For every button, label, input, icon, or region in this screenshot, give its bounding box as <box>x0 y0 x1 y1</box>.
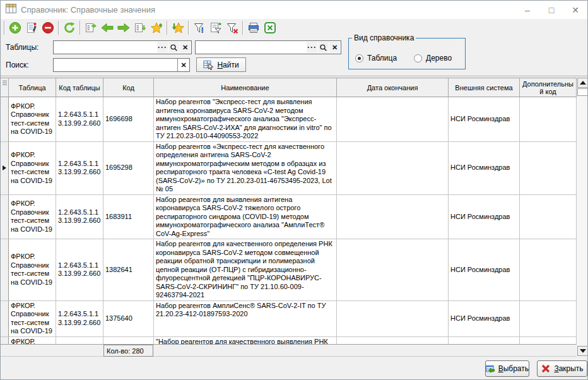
edit-icon <box>25 21 38 34</box>
radio-tree[interactable]: Дерево <box>414 54 452 62</box>
export-excel-button[interactable] <box>262 20 278 35</box>
table-row[interactable]: ФРКОР. Справочник тест-систем на COVID-1… <box>1 142 577 195</box>
cell-table_code[interactable]: 1.2.643.5.1.13.13.99.2.660 <box>56 142 103 195</box>
column-header-name[interactable]: Наименование <box>154 78 337 97</box>
edit-button[interactable] <box>23 20 40 35</box>
maximize-button[interactable]: □ <box>539 1 563 19</box>
delete-button[interactable] <box>40 20 56 35</box>
list-arrow-out-button[interactable] <box>83 20 99 35</box>
cell-ext_system[interactable]: НСИ Росминздрав <box>449 142 520 195</box>
cell-end_date[interactable] <box>337 195 449 240</box>
refresh-button[interactable] <box>61 20 78 35</box>
column-header-extra_code[interactable]: Дополнительный код <box>520 78 577 97</box>
filter-icon <box>193 21 206 34</box>
cell-table_code[interactable] <box>56 337 103 345</box>
column-header-code[interactable]: Код <box>103 78 154 97</box>
cell-table_code[interactable]: 1.2.643.5.1.13.13.99.2.660 <box>56 97 103 142</box>
find-button-label: Найти <box>217 61 238 69</box>
print-button[interactable] <box>245 20 262 35</box>
cell-table[interactable]: ФРКОР. Справочник тест-систем на COVID-1… <box>9 239 56 301</box>
cell-code[interactable]: 1382641 <box>103 239 154 301</box>
cell-table_code[interactable]: 1.2.643.5.1.13.13.99.2.660 <box>56 301 103 337</box>
radio-table-circle[interactable] <box>355 54 363 62</box>
cell-extra_code[interactable] <box>520 301 577 337</box>
clear-field-button-1[interactable]: ✕ <box>180 42 191 53</box>
cell-table[interactable]: ФРКОР. Справочник тест-систем на COVID-1… <box>9 195 56 240</box>
scroll-down-button[interactable] <box>577 346 588 356</box>
cell-end_date[interactable] <box>337 337 449 345</box>
table-row[interactable]: ФРКОР."Набор реагентов для качественного… <box>1 337 577 345</box>
cell-code[interactable]: 1696698 <box>103 97 154 142</box>
cell-table[interactable]: ФРКОР. Справочник тест-систем на COVID-1… <box>9 97 56 142</box>
search-input[interactable] <box>54 59 177 71</box>
cell-extra_code[interactable] <box>520 97 577 142</box>
cell-table[interactable]: ФРКОР. Справочник тест-систем на COVID-1… <box>9 301 56 337</box>
cell-ext_system[interactable]: НСИ Росминздрав <box>449 97 520 142</box>
cell-ext_system[interactable]: НСИ Росминздрав <box>449 195 520 240</box>
column-header-table[interactable]: Таблица <box>9 78 56 97</box>
cell-table_code[interactable]: 1.2.643.5.1.13.13.99.2.660 <box>56 239 103 301</box>
table-row[interactable]: ФРКОР. Справочник тест-систем на COVID-1… <box>1 301 577 337</box>
column-chooser[interactable] <box>1 78 9 97</box>
table-filter-input-2[interactable] <box>196 41 307 54</box>
lookup-ellipsis-button-1[interactable]: ··· <box>157 42 168 53</box>
cell-extra_code[interactable] <box>520 142 577 195</box>
scrollbar-thumb[interactable] <box>577 88 588 96</box>
prev-button[interactable] <box>99 20 115 35</box>
list-arrow-in-button[interactable] <box>132 20 148 35</box>
cell-extra_code[interactable] <box>520 195 577 240</box>
cell-end_date[interactable] <box>337 239 449 301</box>
radio-table[interactable]: Таблица <box>355 54 397 62</box>
cell-code[interactable]: 1375640 <box>103 301 154 337</box>
cell-extra_code[interactable] <box>520 239 577 301</box>
vertical-scrollbar[interactable] <box>577 78 588 357</box>
cell-name[interactable]: Набор реагентов для качественного опреде… <box>154 239 337 301</box>
cell-ext_system[interactable]: НСИ Росминздрав <box>449 239 520 301</box>
arrow-down-icon <box>580 349 586 353</box>
table-filter-input-1[interactable] <box>54 41 157 54</box>
favorite-apply-button[interactable] <box>170 20 186 35</box>
table-row[interactable]: ФРКОР. Справочник тест-систем на COVID-1… <box>1 239 577 301</box>
column-header-table_code[interactable]: Код таблицы <box>56 78 103 97</box>
select-button[interactable]: Выбрать <box>485 360 529 377</box>
cell-table[interactable]: ФРКОР. <box>9 337 56 345</box>
next-button[interactable] <box>115 20 132 35</box>
column-header-ext_system[interactable]: Внешняя система <box>449 78 520 97</box>
cell-table[interactable]: ФРКОР. Справочник тест-систем на COVID-1… <box>9 142 56 195</box>
lookup-ellipsis-button-2[interactable]: ··· <box>307 42 317 53</box>
cell-name[interactable]: Набор реагентов "Экспресс-тест для выявл… <box>154 97 337 142</box>
find-button[interactable]: Найти <box>196 57 246 72</box>
filter-button[interactable] <box>191 20 208 35</box>
minimize-button[interactable]: – <box>515 1 539 19</box>
cell-name[interactable]: "Набор реагентов для качественного выявл… <box>154 337 337 345</box>
cell-name[interactable]: Набор реагентов для выявления антигена к… <box>154 195 337 240</box>
cell-name[interactable]: Набор реагентов «Экспресс-тест для качес… <box>154 142 337 195</box>
cell-name[interactable]: Набор реагентов АмплиСенс® SARS-CoV-2-IT… <box>154 301 337 337</box>
favorite-add-button[interactable] <box>148 20 165 35</box>
clear-field-button-2[interactable]: ✕ <box>329 42 340 53</box>
cell-end_date[interactable] <box>337 142 449 195</box>
cell-code[interactable] <box>103 337 154 345</box>
close-window-button[interactable]: ✕ <box>563 1 587 19</box>
scroll-up-button[interactable] <box>577 78 588 88</box>
filter-edit-button[interactable] <box>208 20 224 35</box>
column-header-end_date[interactable]: Дата окончания <box>337 78 449 97</box>
cell-end_date[interactable] <box>337 301 449 337</box>
table-row[interactable]: ФРКОР. Справочник тест-систем на COVID-1… <box>1 97 577 142</box>
lookup-search-button-1[interactable] <box>168 42 179 53</box>
cell-code[interactable]: 1695298 <box>103 142 154 195</box>
table-row[interactable]: ФРКОР. Справочник тест-систем на COVID-1… <box>1 195 577 240</box>
delete-icon <box>42 21 54 34</box>
cell-ext_system[interactable] <box>449 337 520 345</box>
cell-code[interactable]: 1683911 <box>103 195 154 240</box>
lookup-search-button-2[interactable] <box>318 42 329 53</box>
cell-ext_system[interactable]: НСИ Росминздрав <box>449 301 520 337</box>
add-button[interactable] <box>7 20 23 35</box>
cell-table_code[interactable]: 1.2.643.5.1.13.13.99.2.660 <box>56 195 103 240</box>
cell-extra_code[interactable] <box>520 337 577 345</box>
clear-search-button[interactable]: ✕ <box>177 59 189 71</box>
radio-tree-circle[interactable] <box>414 54 422 62</box>
cell-end_date[interactable] <box>337 97 449 142</box>
close-button[interactable]: Закрыть <box>537 360 587 377</box>
filter-clear-button[interactable] <box>224 20 240 35</box>
